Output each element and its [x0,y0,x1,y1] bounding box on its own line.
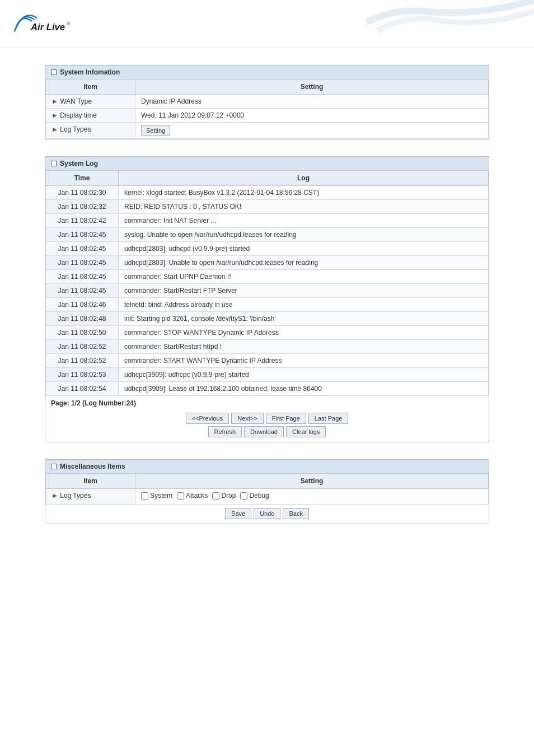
log-entry-cell: udhcpc[3909]: udhcpc (v0.9.9-pre) starte… [119,368,489,382]
log-entry-cell: udhcpd[2803]: udhcpd (v0.9.9-pre) starte… [119,242,489,256]
log-type-checkbox[interactable] [177,492,184,500]
system-log-table: Time Log Jan 11 08:02:30kernel: klogd st… [45,170,489,396]
log-entry-cell: telnetd: bind: Address already in use [119,298,489,312]
setting-cell: Wed, 11 Jan 2012 09:07:12 +0000 [135,109,489,123]
checkbox-text: Drop [221,492,236,500]
item-cell: ► Display time [46,109,135,123]
table-row: Jan 11 08:02:45udhcpd[2803]: Unable to o… [46,256,489,270]
table-row: Jan 11 08:02:46telnetd: bind: Address al… [46,298,489,312]
system-info-panel: System Infomation Item Setting ► WAN Typ… [45,65,489,139]
main-content: System Infomation Item Setting ► WAN Typ… [0,48,534,558]
misc-panel: Miscellaneous Items Item Setting ► Log T… [45,459,489,524]
log-time-cell: Jan 11 08:02:52 [46,354,119,368]
misc-item-cell: ► Log Types [46,489,135,505]
svg-text:®: ® [67,21,71,26]
row-arrow: ► [51,111,58,119]
log-entry-cell: commander: Start/Restart FTP Server [119,284,489,298]
table-row: Jan 11 08:02:30kernel: klogd started: Bu… [46,186,489,200]
log-time-cell: Jan 11 08:02:30 [46,186,119,200]
setting-cell: Setting [135,123,489,139]
log-time-cell: Jan 11 08:02:42 [46,214,119,228]
panel-icon [51,69,57,75]
log-time-cell: Jan 11 08:02:45 [46,270,119,284]
checkbox-label[interactable]: System [141,492,172,500]
item-cell: ► Log Types [46,123,135,139]
header-decoration [366,0,534,45]
log-entry-cell: udhcpd[2803]: Unable to open /var/run/ud… [119,256,489,270]
checkbox-label[interactable]: Attacks [177,492,208,500]
misc-setting-cell: SystemAttacksDropDebug [135,489,489,505]
log-type-checkbox[interactable] [141,492,148,500]
log-entry-cell: commander: START WANTYPE Dynamic IP Addr… [119,354,489,368]
log-time-cell: Jan 11 08:02:50 [46,326,119,340]
system-info-title-bar: System Infomation [45,66,489,79]
table-row: Jan 11 08:02:42commander: Init NAT Serve… [46,214,489,228]
log-time-cell: Jan 11 08:02:54 [46,382,119,396]
checkbox-label[interactable]: Drop [212,492,236,500]
first-page-button[interactable]: First Page [266,413,306,424]
system-info-col-setting: Setting [135,80,489,95]
log-type-checkbox[interactable] [240,492,247,500]
checkbox-label[interactable]: Debug [240,492,269,500]
log-col-time: Time [46,171,119,186]
log-time-cell: Jan 11 08:02:53 [46,368,119,382]
next-button[interactable]: Next>> [231,413,263,424]
log-time-cell: Jan 11 08:02:46 [46,298,119,312]
setting-cell: Dynamic IP Address [135,95,489,109]
system-info-table: Item Setting ► WAN TypeDynamic IP Addres… [45,79,489,139]
page-info: Page: 1/2 (Log Number:24) [45,396,489,410]
misc-title: Miscellaneous Items [60,463,125,470]
table-row: Jan 11 08:02:52commander: Start/Restart … [46,340,489,354]
table-row: ► Log TypesSystemAttacksDropDebug [46,489,489,505]
log-entry-cell: syslog: Unable to open /var/run/udhcpd.l… [119,228,489,242]
system-log-title: System Log [60,160,98,167]
table-row: Jan 11 08:02:53udhcpc[3909]: udhcpc (v0.… [46,368,489,382]
action-buttons-row: Refresh Download Clear logs [208,426,326,437]
panel-icon-log [51,161,57,166]
checkbox-text: Debug [249,492,269,500]
log-time-cell: Jan 11 08:02:48 [46,312,119,326]
download-button[interactable]: Download [244,426,284,437]
nav-buttons-row: <<Previous Next>> First Page Last Page [186,413,349,424]
last-page-button[interactable]: Last Page [308,413,349,424]
table-row: Jan 11 08:02:54udhcpd[3909]: Lease of 19… [46,382,489,396]
misc-title-bar: Miscellaneous Items [45,460,489,473]
system-info-col-item: Item [46,80,135,95]
page-header: Air Live ® [0,0,534,48]
row-arrow: ► [51,492,58,500]
setting-button[interactable]: Setting [141,125,170,136]
table-row: ► WAN TypeDynamic IP Address [46,95,489,109]
previous-button[interactable]: <<Previous [186,413,229,424]
back-button[interactable]: Back [283,508,308,519]
table-row: Jan 11 08:02:52commander: START WANTYPE … [46,354,489,368]
save-buttons-row: Save Undo Back [45,505,489,524]
system-log-title-bar: System Log [45,157,489,170]
log-time-cell: Jan 11 08:02:45 [46,256,119,270]
table-row: Jan 11 08:02:45commander: Start UPNP Dae… [46,270,489,284]
refresh-button[interactable]: Refresh [208,426,242,437]
log-time-cell: Jan 11 08:02:32 [46,200,119,214]
log-entry-cell: commander: STOP WANTYPE Dynamic IP Addre… [119,326,489,340]
log-entry-cell: commander: Start/Restart httpd ! [119,340,489,354]
table-row: Jan 11 08:02:45syslog: Unable to open /v… [46,228,489,242]
table-row: ► Display timeWed, 11 Jan 2012 09:07:12 … [46,109,489,123]
row-arrow: ► [51,125,58,133]
item-cell: ► WAN Type [46,95,135,109]
table-row: Jan 11 08:02:45udhcpd[2803]: udhcpd (v0.… [46,242,489,256]
log-entry-cell: kernel: klogd started: BusyBox v1.3.2 (2… [119,186,489,200]
table-row: Jan 11 08:02:45commander: Start/Restart … [46,284,489,298]
airlive-logo: Air Live ® [11,8,78,42]
save-button[interactable]: Save [225,508,251,519]
table-row: Jan 11 08:02:48init: Starting pid 3261, … [46,312,489,326]
clear-logs-button[interactable]: Clear logs [286,426,326,437]
undo-button[interactable]: Undo [254,508,280,519]
log-entry-cell: REID: REID STATUS : 0 , STATUS OK! [119,200,489,214]
table-row: Jan 11 08:02:32REID: REID STATUS : 0 , S… [46,200,489,214]
table-row: ► Log TypesSetting [46,123,489,139]
pagination-area: <<Previous Next>> First Page Last Page R… [45,410,489,442]
log-time-cell: Jan 11 08:02:45 [46,242,119,256]
log-time-cell: Jan 11 08:02:45 [46,228,119,242]
log-type-checkbox[interactable] [212,492,219,500]
log-entry-cell: commander: Start UPNP Daemon !! [119,270,489,284]
row-arrow: ► [51,97,58,105]
